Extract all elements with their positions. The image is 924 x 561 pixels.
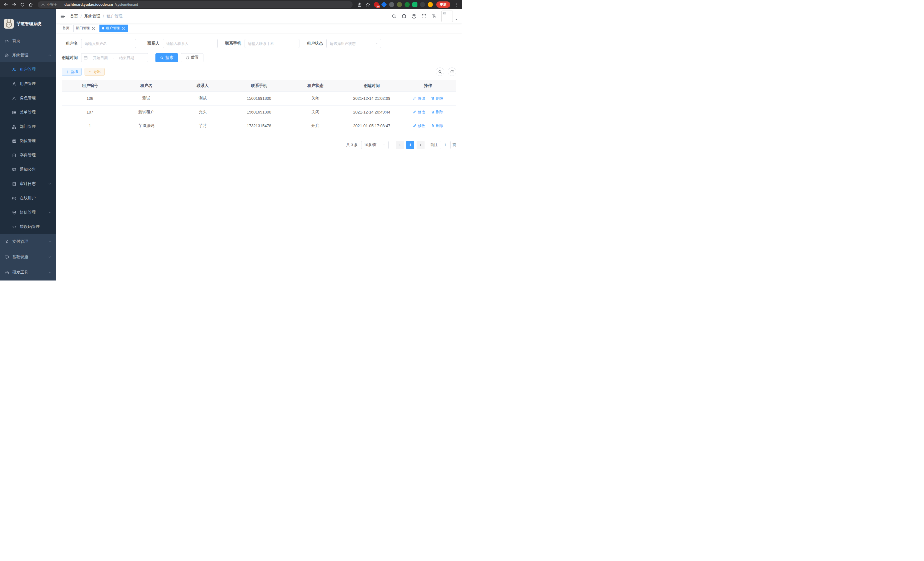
contact-input[interactable] bbox=[163, 39, 218, 48]
address-bar[interactable]: 不安全 dashboard.yudao.iocoder.cn/system/te… bbox=[38, 1, 352, 8]
sidebar-item-sms-mgmt[interactable]: 短信管理 bbox=[0, 205, 56, 220]
tenant-name-input[interactable] bbox=[81, 39, 136, 48]
tag-dept-mgmt[interactable]: 部门管理 bbox=[74, 25, 98, 32]
delete-link[interactable]: 删除 bbox=[431, 110, 443, 115]
sidebar-item-tenant-mgmt[interactable]: 租户管理 bbox=[0, 62, 56, 77]
sidebar-item-audit-log[interactable]: 审计日志 bbox=[0, 177, 56, 191]
extension-icon[interactable] bbox=[405, 2, 410, 7]
export-button[interactable]: 导出 bbox=[85, 68, 105, 76]
edit-link[interactable]: 修改 bbox=[413, 123, 425, 128]
font-size-icon[interactable] bbox=[431, 14, 436, 19]
sidebar-item-home[interactable]: 首页 bbox=[0, 34, 56, 48]
search-button[interactable]: 搜索 bbox=[155, 53, 178, 62]
page-1-button[interactable]: 1 bbox=[406, 141, 414, 149]
calendar-icon bbox=[84, 56, 88, 60]
cell-id: 107 bbox=[62, 105, 118, 119]
goto-page-input[interactable] bbox=[440, 141, 451, 149]
help-icon[interactable] bbox=[411, 14, 417, 19]
chevron-down-icon bbox=[48, 271, 51, 274]
tag-home[interactable]: 首页 bbox=[60, 25, 72, 32]
table-row: 108 测试 测试 15601691300 关闭 2021-12-14 21:0… bbox=[62, 92, 456, 105]
trash-icon bbox=[431, 96, 435, 100]
reset-button[interactable]: 重置 bbox=[181, 53, 203, 62]
extension-icon[interactable] bbox=[428, 2, 433, 7]
chevron-right-icon bbox=[419, 143, 422, 147]
sidebar-item-label: 在线用户 bbox=[20, 196, 36, 201]
caret-down-icon bbox=[454, 18, 458, 21]
phone-input[interactable] bbox=[245, 39, 299, 48]
cell-phone: 15601691300 bbox=[231, 92, 287, 105]
top-navbar: 首页 / 系统管理 / 租户管理 bbox=[56, 9, 462, 23]
search-button-label: 搜索 bbox=[165, 55, 173, 60]
extension-icon[interactable] bbox=[381, 2, 387, 8]
sidebar-item-system-mgmt[interactable]: 系统管理 bbox=[0, 48, 56, 62]
refresh-icon bbox=[185, 56, 189, 60]
phone-field bbox=[244, 39, 299, 48]
page-size-select[interactable]: 10条/页 bbox=[361, 141, 388, 149]
status-select-input[interactable] bbox=[327, 39, 381, 48]
breadcrumb-home[interactable]: 首页 bbox=[70, 14, 78, 19]
toggle-search-button[interactable] bbox=[436, 68, 444, 76]
sidebar-item-notice[interactable]: 通知公告 bbox=[0, 162, 56, 177]
update-button[interactable]: 更新 bbox=[436, 2, 450, 8]
search-icon[interactable] bbox=[392, 14, 397, 19]
date-range-picker[interactable]: - bbox=[81, 53, 148, 62]
back-icon[interactable] bbox=[3, 2, 8, 7]
sidebar-item-user-mgmt[interactable]: 用户管理 bbox=[0, 77, 56, 91]
sidebar-toggle-button[interactable] bbox=[56, 9, 70, 23]
tags-view-bar: 首页 部门管理 租户管理 bbox=[56, 23, 462, 33]
extensions-area: 10 bbox=[374, 2, 433, 7]
fullscreen-icon[interactable] bbox=[422, 14, 427, 19]
close-icon[interactable] bbox=[92, 26, 95, 30]
extension-icon[interactable] bbox=[389, 2, 394, 7]
share-icon[interactable] bbox=[357, 2, 362, 7]
sidebar-item-infrastructure[interactable]: 基础设施 bbox=[0, 249, 56, 265]
breadcrumb-system[interactable]: 系统管理 bbox=[84, 14, 100, 19]
edit-link[interactable]: 修改 bbox=[413, 96, 425, 101]
next-page-button[interactable] bbox=[417, 141, 424, 149]
delete-link[interactable]: 删除 bbox=[431, 123, 443, 128]
logo-rabbit-image bbox=[4, 19, 14, 29]
app-logo[interactable]: 芋道管理系统 bbox=[0, 9, 56, 34]
tag-tenant-mgmt[interactable]: 租户管理 bbox=[99, 25, 128, 32]
user-avatar-menu[interactable] bbox=[441, 11, 458, 22]
extension-icon[interactable] bbox=[412, 2, 417, 7]
add-button[interactable]: 新增 bbox=[62, 68, 82, 76]
sidebar-item-dev-tools[interactable]: 研发工具 bbox=[0, 265, 56, 280]
edit-link[interactable]: 修改 bbox=[413, 110, 425, 115]
sidebar-item-payment-mgmt[interactable]: 支付管理 bbox=[0, 234, 56, 249]
tag-label: 首页 bbox=[63, 26, 69, 31]
extension-badge: 10 bbox=[376, 5, 380, 8]
filter-row-2: 创建时间 - 搜索 重置 bbox=[62, 53, 456, 62]
end-date-input[interactable] bbox=[115, 53, 139, 62]
goto-page: 前往 页 bbox=[430, 141, 456, 149]
sidebar-item-dept-mgmt[interactable]: 部门管理 bbox=[0, 120, 56, 134]
user-icon bbox=[12, 82, 16, 86]
sidebar-item-dict-mgmt[interactable]: 字典管理 bbox=[0, 148, 56, 162]
extension-icon[interactable] bbox=[420, 2, 425, 7]
sidebar-item-menu-mgmt[interactable]: 菜单管理 bbox=[0, 105, 56, 120]
extension-icon[interactable]: 10 bbox=[374, 2, 379, 7]
column-header-created: 创建时间 bbox=[344, 80, 400, 92]
github-icon[interactable] bbox=[401, 14, 406, 19]
sidebar-item-post-mgmt[interactable]: 岗位管理 bbox=[0, 134, 56, 148]
more-menu-icon[interactable] bbox=[454, 2, 459, 7]
page-size-value: 10条/页 bbox=[364, 142, 376, 147]
delete-link[interactable]: 删除 bbox=[431, 96, 443, 101]
cell-contact: 芋艿 bbox=[175, 119, 231, 133]
status-select[interactable] bbox=[326, 39, 381, 48]
sidebar-item-online-users[interactable]: 在线用户 bbox=[0, 191, 56, 205]
reload-icon[interactable] bbox=[20, 2, 25, 7]
forward-icon[interactable] bbox=[12, 2, 16, 7]
start-date-input[interactable] bbox=[88, 53, 112, 62]
refresh-table-button[interactable] bbox=[448, 68, 456, 76]
bookmark-star-icon[interactable] bbox=[365, 2, 370, 7]
sidebar-item-role-mgmt[interactable]: 角色管理 bbox=[0, 91, 56, 105]
close-icon[interactable] bbox=[122, 26, 125, 30]
sidebar-item-error-code-mgmt[interactable]: 错误码管理 bbox=[0, 220, 56, 234]
prev-page-button[interactable] bbox=[396, 141, 404, 149]
cell-contact: 秃头 bbox=[175, 105, 231, 119]
extension-icon[interactable] bbox=[397, 2, 402, 7]
home-icon[interactable] bbox=[28, 2, 33, 7]
edit-link-label: 修改 bbox=[418, 123, 425, 128]
